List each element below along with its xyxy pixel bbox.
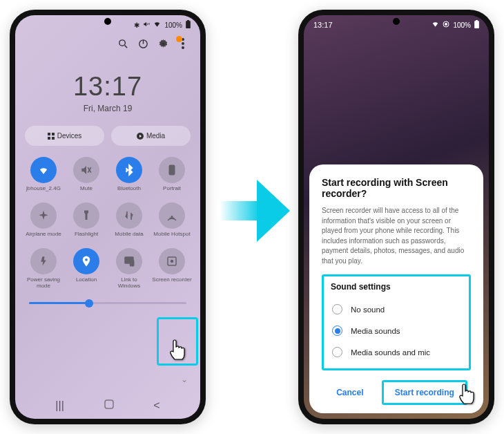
qs-mobiledata[interactable]: Mobile data [109, 202, 149, 244]
phone-right: 13:17 100% Start recording with Screen r… [298, 10, 494, 424]
nav-recents[interactable]: ||| [55, 399, 64, 412]
cursor-pointer-icon [168, 339, 188, 362]
radio-icon [332, 347, 342, 357]
qs-flashlight[interactable]: Flashlight [66, 202, 106, 244]
svg-rect-0 [186, 21, 191, 28]
nav-home[interactable] [104, 399, 115, 413]
svg-point-8 [182, 42, 184, 45]
clock-date: Fri, March 19 [15, 104, 200, 113]
qs-hotspot[interactable]: Mobile Hotspot [152, 202, 192, 244]
qs-label: Flashlight [75, 232, 98, 244]
portrait-icon [159, 157, 185, 183]
flashlight-icon [73, 202, 99, 229]
qs-power[interactable]: Power saving mode [23, 248, 64, 290]
hotspot-icon [159, 202, 185, 229]
mobiledata-icon [116, 202, 142, 229]
brightness-fill [29, 302, 89, 304]
radio-icon [332, 326, 342, 336]
power-icon [30, 248, 57, 274]
radio-label: No sound [351, 305, 385, 314]
brightness-thumb[interactable] [85, 299, 93, 308]
qs-mute[interactable]: Mute [66, 157, 106, 198]
svg-rect-10 [48, 133, 50, 135]
front-camera [104, 18, 111, 25]
qs-label: Portrait [163, 186, 181, 198]
svg-rect-11 [52, 133, 55, 135]
dialog-actions: Cancel Start recording [322, 377, 471, 405]
screen-right: 13:17 100% Start recording with Screen r… [304, 15, 489, 419]
cursor-pointer-icon [457, 383, 478, 406]
cancel-button[interactable]: Cancel [325, 382, 374, 403]
svg-rect-29 [474, 21, 479, 28]
mute-icon [143, 21, 150, 29]
chevron-down-icon[interactable]: ⌄ [181, 375, 188, 384]
battery-icon [474, 20, 479, 30]
qs-bluetooth[interactable]: Bluetooth [109, 157, 149, 198]
media-pill[interactable]: Media [111, 126, 191, 146]
qs-label: Power saving mode [23, 277, 64, 290]
clock-block: 13:17 Fri, March 19 [15, 72, 200, 113]
clock-time: 13:17 [15, 72, 200, 102]
svg-rect-30 [476, 20, 478, 21]
search-icon[interactable] [117, 37, 129, 50]
svg-rect-13 [52, 137, 55, 140]
dialog-title: Start recording with Screen recorder? [322, 177, 471, 199]
gear-icon[interactable] [157, 37, 169, 50]
arrow-icon [220, 180, 290, 242]
airplane-icon [30, 202, 57, 229]
battery-pct: 100% [164, 21, 182, 29]
battery-icon [186, 20, 191, 30]
qs-wifi[interactable]: jbhouse_2.4G [23, 157, 64, 198]
svg-point-2 [119, 39, 125, 46]
radio-icon [332, 304, 342, 314]
qs-airplane[interactable]: Airplane mode [23, 202, 64, 244]
location-icon [73, 248, 99, 274]
brightness-slider[interactable] [29, 302, 186, 304]
sound-settings-section: Sound settings No soundMedia soundsMedia… [322, 274, 471, 370]
wifi-icon [30, 157, 57, 183]
sound-settings-title: Sound settings [331, 282, 462, 292]
radio-option[interactable]: No sound [331, 299, 462, 320]
record-icon [159, 248, 185, 274]
devices-label: Devices [57, 132, 82, 140]
record-icon [443, 21, 449, 29]
link-icon [116, 248, 142, 274]
svg-point-9 [182, 46, 184, 49]
qs-label: Mobile data [115, 232, 143, 244]
dialog-body: Screen recorder will have access to all … [322, 206, 471, 266]
radio-option[interactable]: Media sounds and mic [331, 341, 462, 363]
power-icon[interactable] [137, 37, 149, 50]
svg-point-25 [171, 260, 174, 263]
svg-rect-12 [48, 137, 50, 140]
svg-rect-1 [187, 20, 189, 21]
pill-row: Devices Media [15, 113, 200, 153]
qs-portrait[interactable]: Portrait [152, 157, 192, 198]
more-icon[interactable] [177, 37, 189, 50]
wifi-icon [432, 21, 439, 29]
status-time: 13:17 [313, 21, 333, 29]
bluetooth-icon: ✱ [134, 21, 139, 29]
nav-bar: ||| < [15, 393, 200, 419]
mute-icon [73, 157, 99, 183]
qs-label: Link to Windows [109, 277, 149, 290]
svg-rect-26 [105, 400, 113, 408]
wifi-icon [153, 21, 161, 29]
svg-point-28 [445, 23, 447, 26]
qs-location[interactable]: Location [66, 248, 106, 290]
qs-label: jbhouse_2.4G [26, 186, 61, 198]
front-camera [393, 18, 400, 25]
top-action-row [15, 32, 200, 55]
qs-label: Location [76, 277, 97, 290]
qs-record[interactable]: Screen recorder [152, 248, 192, 290]
radio-option[interactable]: Media sounds [331, 320, 462, 341]
devices-pill[interactable]: Devices [25, 126, 104, 146]
qs-link[interactable]: Link to Windows [109, 248, 149, 290]
svg-point-21 [85, 258, 88, 261]
media-label: Media [146, 132, 165, 140]
svg-rect-23 [130, 261, 134, 266]
nav-back[interactable]: < [153, 399, 159, 412]
svg-point-19 [171, 173, 173, 174]
notification-badge [176, 36, 182, 42]
start-recording-button[interactable]: Start recording [382, 380, 467, 405]
quick-settings-grid: jbhouse_2.4GMuteBluetoothPortraitAirplan… [15, 153, 200, 294]
